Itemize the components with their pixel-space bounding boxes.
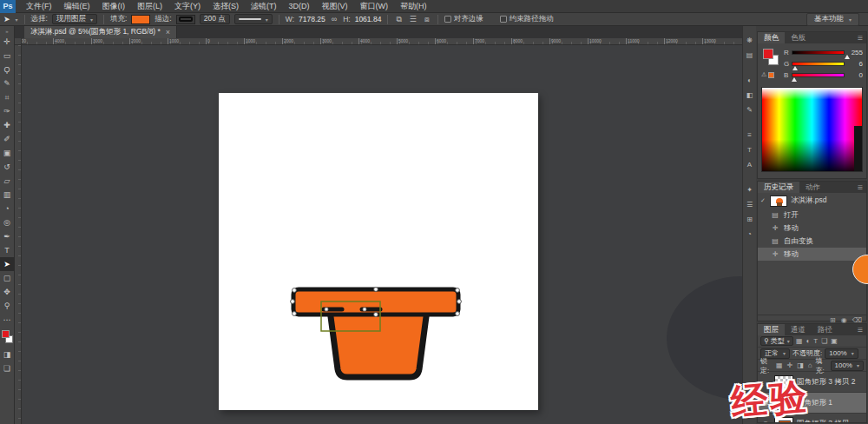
slider-thumb-icon[interactable] [792, 77, 797, 82]
menu-item[interactable]: 视图(V) [316, 0, 354, 13]
green-value[interactable]: 6 [847, 60, 863, 68]
filter-pixel-layers-icon[interactable]: ▦ [795, 337, 804, 345]
marquee-tool-icon[interactable]: ▭ [0, 49, 15, 63]
tab-history[interactable]: 历史记录 [758, 182, 799, 193]
character-panel-icon[interactable]: A [744, 159, 756, 170]
history-step-move-selected[interactable]: ✛ 移动 [758, 248, 866, 261]
zoom-tool-icon[interactable]: ⚲ [0, 299, 15, 313]
close-icon[interactable]: × [166, 28, 170, 36]
select-mode-dropdown[interactable]: 现用图层 ▾ [52, 14, 97, 24]
tab-color[interactable]: 颜色 [758, 32, 785, 43]
properties-panel-icon[interactable]: ✎ [744, 104, 756, 116]
history-source-icon[interactable]: ✓ [760, 197, 766, 204]
menu-item[interactable]: 文件(F) [20, 0, 58, 13]
tab-paths[interactable]: 路径 [812, 324, 838, 335]
vertical-ruler[interactable] [15, 45, 22, 424]
tab-swatches[interactable]: 色板 [785, 32, 812, 43]
foreground-color-swatch[interactable] [2, 330, 10, 338]
timeline-panel-icon[interactable]: ◔ [744, 229, 756, 240]
color-spectrum[interactable] [761, 87, 863, 172]
styles-panel-icon[interactable]: ▤ [744, 50, 756, 61]
collapse-toolbar-icon[interactable]: » [5, 28, 8, 35]
info-panel-icon[interactable]: ◐ [744, 75, 756, 86]
history-step-open[interactable]: ▤ 打开 [758, 209, 866, 222]
gamut-warning-icon[interactable]: ⚠ [761, 71, 766, 78]
adjustments-panel-icon[interactable]: ❋ [744, 35, 756, 46]
screen-mode-icon[interactable]: ❏ [0, 361, 15, 375]
layer-fill-field[interactable]: 100% ▾ [831, 361, 864, 371]
slider-thumb-icon[interactable] [792, 66, 798, 70]
type-panel-icon[interactable]: T [744, 144, 756, 156]
fill-color-swatch[interactable] [131, 15, 150, 24]
canvas[interactable] [219, 93, 538, 410]
healing-brush-tool-icon[interactable]: ✚ [0, 118, 15, 132]
pen-tool-icon[interactable]: ✒ [0, 229, 15, 243]
opacity-field[interactable]: 100% ▾ [825, 348, 858, 359]
tab-layers[interactable]: 图层 [758, 324, 785, 335]
tab-channels[interactable]: 通道 [785, 324, 812, 335]
lock-pixels-icon[interactable]: ◨ [796, 361, 805, 369]
path-arrangement-button[interactable]: ⧈ [423, 15, 431, 24]
lasso-tool-icon[interactable]: Ϙ [0, 63, 15, 76]
eyedropper-tool-icon[interactable]: ✑ [0, 104, 15, 118]
histogram-panel-icon[interactable]: ◧ [744, 89, 756, 101]
filter-shape-layers-icon[interactable]: ❏ [820, 337, 828, 345]
clone-source-panel-icon[interactable]: ☰ [744, 199, 756, 210]
current-tool-icon[interactable]: ➤ [3, 15, 10, 23]
menu-item[interactable]: 滤镜(T) [245, 0, 283, 13]
move-tool-icon[interactable]: ✛ [0, 35, 15, 49]
navigator-panel-icon[interactable]: ⊞ [744, 214, 756, 225]
paragraph-panel-icon[interactable]: ≡ [744, 129, 756, 141]
gradient-tool-icon[interactable]: ▥ [0, 188, 15, 202]
blur-tool-icon[interactable]: ◔ [0, 202, 15, 215]
document-tab[interactable]: 冰淇淋.psd @ 5%(圆角矩形 1, RGB/8) * × [24, 26, 177, 38]
tool-preset-caret-icon[interactable]: ▾ [16, 17, 18, 23]
menu-item[interactable]: 图像(I) [96, 0, 132, 13]
brush-tool-icon[interactable]: ✐ [0, 132, 15, 146]
stroke-color-swatch[interactable] [176, 15, 195, 24]
path-selection-tool-icon[interactable]: ➤ [0, 257, 15, 271]
crop-tool-icon[interactable]: ⌗ [0, 90, 15, 104]
lock-all-icon[interactable]: ⌂ [807, 361, 813, 369]
horizontal-ruler[interactable]: 5000400030002000100001000200030004000500… [15, 38, 742, 45]
panel-menu-icon[interactable]: ☰ [854, 324, 866, 335]
align-edges-checkbox[interactable]: 对齐边缘 [444, 14, 483, 24]
stroke-width-field[interactable]: 200 点 [200, 14, 230, 24]
filter-smart-object-icon[interactable]: ▣ [830, 337, 838, 345]
history-step-transform[interactable]: ▤ 自由变换 [758, 235, 866, 248]
path-operations-button[interactable]: ⧉ [394, 15, 403, 24]
menu-item[interactable]: 文字(Y) [168, 0, 207, 13]
menu-item[interactable]: 编辑(E) [58, 0, 96, 13]
filter-adjustment-layers-icon[interactable]: ◐ [805, 337, 811, 345]
workspace-switcher-button[interactable]: 基本功能 ▾ [806, 13, 859, 26]
menu-item[interactable]: 选择(S) [207, 0, 245, 13]
history-brush-tool-icon[interactable]: ↺ [0, 160, 15, 174]
height-value[interactable]: 1061.84 [355, 15, 382, 23]
blue-value[interactable]: 0 [847, 71, 863, 79]
quick-selection-tool-icon[interactable]: ✎ [0, 76, 15, 90]
hand-tool-icon[interactable]: ✥ [0, 285, 15, 299]
filter-type-layers-icon[interactable]: T [812, 337, 819, 345]
dodge-tool-icon[interactable]: ◎ [0, 215, 15, 229]
green-slider[interactable] [792, 62, 844, 66]
clone-stamp-tool-icon[interactable]: ▣ [0, 146, 15, 160]
history-step-move[interactable]: ✛ 移动 [758, 222, 866, 235]
shape-tool-icon[interactable]: ▢ [0, 271, 15, 285]
quick-mask-icon[interactable]: ◨ [0, 348, 15, 361]
layer-filter-dropdown[interactable]: ⚲ 类型 ▾ [760, 336, 793, 346]
lock-transparency-icon[interactable]: ▦ [775, 361, 784, 369]
panel-menu-icon[interactable]: ☰ [854, 182, 866, 193]
stroke-style-dropdown[interactable]: ▾ [234, 14, 273, 24]
width-value[interactable]: 7178.25 [299, 15, 326, 23]
menu-item[interactable]: 图层(L) [131, 0, 168, 13]
history-snapshot-row[interactable]: ✓ 冰淇淋.psd [758, 193, 866, 209]
link-dimensions-icon[interactable]: ∞ [330, 15, 339, 23]
menu-item[interactable]: 帮助(H) [394, 0, 433, 13]
notes-panel-icon[interactable]: ✦ [744, 184, 756, 195]
foreground-background-swatches[interactable] [0, 328, 15, 348]
eraser-tool-icon[interactable]: ▱ [0, 174, 15, 188]
gamut-color-swatch[interactable] [768, 72, 774, 78]
blue-slider[interactable] [792, 73, 844, 77]
constrain-path-checkbox[interactable]: 约束路径拖动 [500, 14, 554, 24]
color-panel-swatches[interactable] [762, 48, 781, 69]
